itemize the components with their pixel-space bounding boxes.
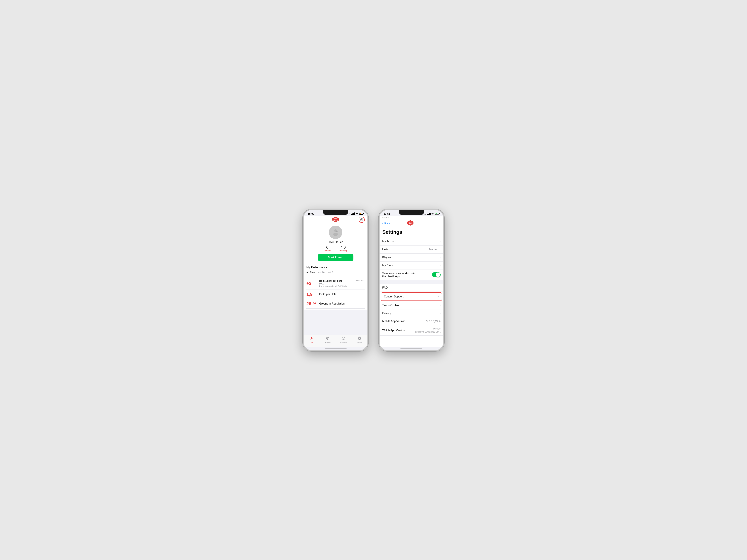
privacy-label: Privacy (382, 312, 391, 315)
settings-terms[interactable]: Terms Of Use › (380, 302, 443, 309)
handicap-value: 4.0 (340, 245, 346, 250)
terms-chevron: › (440, 304, 441, 307)
tab-me-label: Me (310, 341, 313, 343)
my-clubs-chevron: › (440, 264, 441, 267)
status-icons: ▲ (348, 212, 363, 215)
units-label: Units (382, 248, 388, 251)
back-chevron-icon: ‹ (382, 222, 383, 225)
tag-logo-2: TAG HEUER (407, 220, 414, 226)
settings-faq[interactable]: FAQ › (380, 284, 443, 292)
settings-my-clubs[interactable]: My Clubs › (380, 261, 443, 270)
putts-label: Putts per Hole (319, 293, 365, 296)
rounds-value: 6 (326, 245, 328, 250)
tab-all-time[interactable]: All Time (306, 270, 317, 275)
wifi-icon-2 (432, 212, 434, 215)
user-name: TAG Heuer (329, 240, 343, 244)
wifi-icon (356, 212, 358, 215)
players-label: Players (382, 256, 391, 259)
tab-last-5[interactable]: Last 5 (327, 270, 335, 275)
putts-value: 1,9 (306, 292, 316, 297)
tab-watch[interactable]: Watch (352, 336, 368, 343)
terms-label: Terms Of Use (382, 304, 399, 307)
putts-item: 1,9 Putts per Hole (306, 290, 365, 299)
my-clubs-label: My Clubs (382, 264, 393, 267)
tab-courses[interactable]: Courses (336, 336, 352, 343)
health-toggle-switch[interactable] (432, 272, 441, 277)
greens-value: 26 % (306, 301, 316, 306)
phone2-frame: 13:51 ▲ Search ‹ Back (379, 209, 444, 351)
performance-tabs: All Time Last 20 Last 5 (306, 270, 365, 275)
players-chevron: › (440, 256, 441, 259)
tab-rounds[interactable]: Rounds (320, 336, 336, 343)
watch-version-value: V 2.9.2 (433, 328, 441, 331)
stats-row: 6 Rounds 4.0 Handicap (324, 245, 347, 252)
watch-version-date: Fetched the 28/06/2022 13:51 (414, 331, 441, 333)
watch-version-label: Watch App Version (382, 329, 405, 332)
svg-rect-16 (359, 339, 360, 340)
svg-text:HEUER: HEUER (408, 223, 412, 224)
contact-support-label: Contact Support (384, 295, 404, 298)
settings-units[interactable]: Units Metres ⌄ (380, 246, 443, 254)
gear-button[interactable] (359, 217, 365, 223)
status-time: 18:00 (308, 212, 314, 215)
tab-courses-label: Courses (340, 341, 347, 343)
privacy-chevron: › (440, 312, 441, 315)
watch-version-group: V 2.9.2 Fetched the 28/06/2022 13:51 (414, 328, 441, 333)
my-account-chevron: › (440, 240, 441, 243)
back-label: Back (384, 222, 390, 225)
handicap-label: Handicap (339, 250, 347, 252)
svg-text:HEUER: HEUER (333, 220, 338, 221)
settings-nav: ‹ Back TAG HEUER (380, 220, 443, 228)
svg-text:TAG: TAG (334, 218, 337, 220)
tag-logo: TAG HEUER (332, 217, 339, 223)
battery-icon (359, 213, 363, 215)
tab-rounds-label: Rounds (325, 341, 331, 343)
location-icon: ▲ (348, 212, 350, 215)
settings-title: Settings (380, 228, 443, 237)
settings-privacy[interactable]: Privacy › (380, 309, 443, 317)
mobile-version-value: V 2.2.2(5989) (426, 320, 441, 323)
svg-point-12 (342, 337, 345, 339)
best-score-item: +2 Best Score (to par) PIGC Paris Intern… (306, 277, 365, 290)
signal-icon (351, 212, 355, 215)
svg-point-13 (343, 338, 344, 339)
greens-item: 26 % Greens in Regulation (306, 299, 365, 309)
settings-health-toggle[interactable]: Save rounds as workouts in the Health Ap… (380, 270, 443, 280)
settings-contact-support[interactable]: Contact Support › (381, 292, 442, 301)
svg-point-10 (327, 338, 328, 339)
back-button[interactable]: ‹ Back (382, 222, 390, 225)
notch-2 (399, 210, 424, 215)
watch-icon (358, 336, 361, 341)
start-round-button[interactable]: Start Round (318, 254, 354, 261)
status-time-2: 13:51 (384, 212, 390, 215)
notch (323, 210, 348, 215)
best-score-course-code: PIGC (319, 282, 347, 285)
tab-bar: Me Rounds (304, 335, 367, 347)
greens-label: Greens in Regulation (319, 302, 365, 305)
settings-mobile-version: Mobile App Version V 2.2.2(5989) (380, 317, 443, 325)
svg-text:TAG: TAG (409, 222, 411, 223)
my-account-label: My Account (382, 240, 396, 243)
units-value: Metres (429, 248, 437, 251)
me-icon (310, 336, 313, 341)
tab-me[interactable]: Me (304, 336, 320, 343)
phone1-frame: 18:00 ▲ TAG (303, 209, 368, 351)
putts-details: Putts per Hole (319, 293, 365, 296)
app1-header: TAG HEUER (304, 216, 367, 224)
contact-support-chevron: › (438, 295, 439, 298)
units-value-group: Metres ⌄ (429, 248, 441, 251)
avatar (329, 226, 342, 239)
performance-section: My Performance All Time Last 20 Last 5 +… (304, 264, 367, 310)
profile-section: TAG Heuer 6 Rounds 4.0 Handicap Start Ro… (304, 224, 367, 264)
settings-watch-version: Watch App Version V 2.9.2 Fetched the 28… (380, 325, 443, 336)
home-indicator (325, 348, 346, 349)
phone1-screen: 18:00 ▲ TAG (304, 210, 367, 350)
rounds-label: Rounds (324, 250, 331, 252)
battery-icon-2 (435, 213, 439, 215)
svg-point-8 (311, 337, 312, 338)
settings-my-account[interactable]: My Account › (380, 237, 443, 246)
phone2-screen: 13:51 ▲ Search ‹ Back (380, 210, 443, 350)
best-score-date: 19/03/2021 (355, 279, 365, 282)
tab-last-20[interactable]: Last 20 (317, 270, 327, 275)
settings-players[interactable]: Players › (380, 254, 443, 261)
